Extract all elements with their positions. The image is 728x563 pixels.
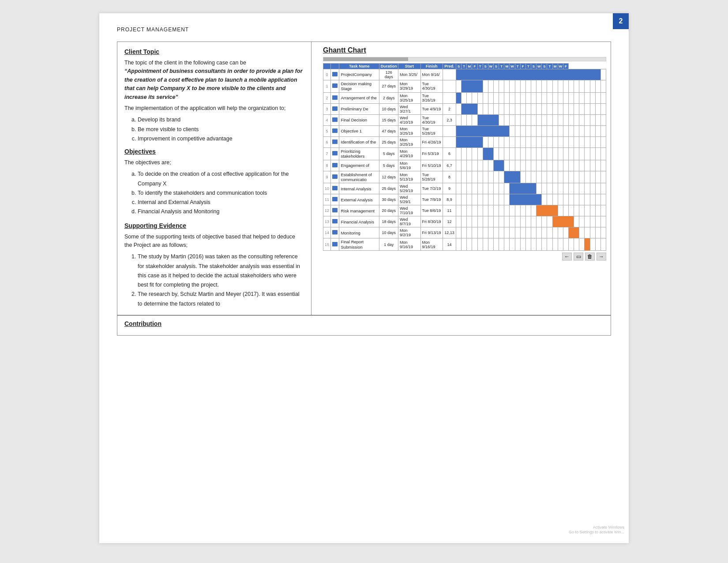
gantt-row: 5 Objective 1 47 days Mon 3/25/19 Tue 5/…	[323, 125, 606, 136]
gantt-empty-cell	[456, 103, 461, 114]
gantt-empty-cell	[477, 92, 483, 103]
gantt-empty-cell	[504, 92, 510, 103]
gantt-empty-cell	[462, 183, 467, 194]
gantt-empty-cell	[600, 194, 606, 205]
task-duration: 10 days	[379, 103, 398, 114]
gantt-empty-cell	[462, 171, 467, 183]
gantt-empty-cell	[590, 194, 595, 205]
gantt-empty-cell	[574, 92, 579, 103]
gantt-empty-cell	[563, 238, 568, 251]
col-dur: Duration	[379, 64, 398, 69]
gantt-empty-cell	[558, 103, 563, 114]
task-predecessors	[443, 80, 456, 93]
task-icon	[332, 230, 338, 234]
gantt-empty-cell	[483, 216, 488, 227]
gantt-empty-cell	[579, 238, 585, 251]
gantt-empty-cell	[558, 238, 563, 251]
gantt-empty-cell	[483, 92, 488, 103]
gantt-empty-cell	[456, 80, 461, 93]
col-pred: Pred.	[443, 64, 456, 69]
gantt-row: 9 Establishment of communicatio 12 days …	[323, 171, 606, 183]
gantt-empty-cell	[488, 80, 493, 93]
main-layout: Client Topic The topic of the client in …	[117, 42, 611, 315]
gantt-empty-cell	[472, 114, 477, 125]
gantt-bar	[456, 69, 600, 80]
gantt-empty-cell	[542, 171, 547, 183]
task-name: Preliminary De	[339, 103, 379, 114]
gantt-empty-cell	[542, 103, 547, 114]
task-start: Mon 9/16/19	[398, 238, 420, 251]
task-name: Internal Analysis	[339, 183, 379, 194]
scroll-track[interactable]	[323, 57, 606, 61]
gantt-empty-cell	[493, 205, 499, 216]
gantt-empty-cell	[520, 80, 525, 93]
objectives-intro: The objectives are;	[124, 159, 304, 167]
gantt-empty-cell	[499, 238, 504, 251]
gantt-empty-cell	[531, 136, 536, 147]
gantt-empty-cell	[515, 160, 520, 171]
gantt-empty-cell	[483, 227, 488, 238]
gantt-empty-cell	[590, 92, 595, 103]
gantt-header-row: Task Name Duration Start Finish Pred. S …	[323, 64, 606, 69]
gantt-empty-cell	[504, 80, 510, 93]
list-item: The research by, Schulz Martin and Meyer…	[138, 290, 304, 309]
nav-trash-button[interactable]: 🗑	[585, 253, 595, 261]
gantt-empty-cell	[547, 160, 552, 171]
gantt-empty-cell	[547, 147, 552, 160]
gantt-empty-cell	[515, 92, 520, 103]
gantt-empty-cell	[563, 103, 568, 114]
task-start: Wed 7/10/19	[398, 205, 420, 216]
list-item: Develop its brand	[138, 115, 304, 125]
gantt-empty-cell	[552, 136, 558, 147]
gantt-empty-cell	[477, 216, 483, 227]
gantt-empty-cell	[499, 92, 504, 103]
task-name: Prioritizing stakeholders	[339, 147, 379, 160]
nav-forward-button[interactable]: →	[597, 253, 606, 261]
gantt-empty-cell	[568, 194, 574, 205]
gantt-empty-cell	[595, 103, 600, 114]
gantt-empty-cell	[537, 136, 542, 147]
gantt-empty-cell	[579, 227, 585, 238]
gantt-empty-cell	[537, 160, 542, 171]
task-icon	[332, 242, 338, 246]
gantt-empty-cell	[558, 227, 563, 238]
gantt-empty-cell	[520, 103, 525, 114]
gantt-empty-cell	[585, 125, 590, 136]
gantt-empty-cell	[542, 238, 547, 251]
gantt-bar	[483, 147, 493, 160]
gantt-empty-cell	[579, 125, 585, 136]
gantt-empty-cell	[574, 238, 579, 251]
gantt-title: Ghantt Chart	[323, 46, 606, 54]
task-icon-cell	[331, 238, 339, 251]
task-finish: Tue 7/9/19	[420, 194, 443, 205]
nav-back-button[interactable]: ←	[562, 253, 572, 261]
gantt-empty-cell	[504, 160, 510, 171]
gantt-empty-cell	[558, 183, 563, 194]
gantt-empty-cell	[552, 183, 558, 194]
gantt-empty-cell	[499, 227, 504, 238]
gantt-empty-cell	[537, 171, 542, 183]
gantt-empty-cell	[515, 80, 520, 93]
col-t5: T	[525, 64, 531, 69]
task-icon-cell	[331, 114, 339, 125]
gantt-empty-cell	[590, 114, 595, 125]
task-finish: Tue 8/6/19	[420, 205, 443, 216]
gantt-empty-cell	[462, 92, 467, 103]
gantt-empty-cell	[537, 227, 542, 238]
gantt-empty-cell	[504, 183, 510, 194]
gantt-empty-cell	[525, 136, 531, 147]
gantt-empty-cell	[585, 183, 590, 194]
col-s1: S	[456, 64, 461, 69]
client-list: Develop its brand Be more visible to cli…	[138, 115, 304, 144]
task-id: 9	[323, 171, 331, 183]
gantt-empty-cell	[510, 216, 515, 227]
gantt-empty-cell	[499, 80, 504, 93]
gantt-empty-cell	[483, 136, 488, 147]
gantt-bar	[568, 227, 579, 238]
gantt-empty-cell	[574, 183, 579, 194]
gantt-empty-cell	[493, 227, 499, 238]
nav-home-button[interactable]: ▭	[574, 253, 583, 261]
gantt-empty-cell	[552, 80, 558, 93]
gantt-empty-cell	[552, 160, 558, 171]
gantt-empty-cell	[531, 238, 536, 251]
